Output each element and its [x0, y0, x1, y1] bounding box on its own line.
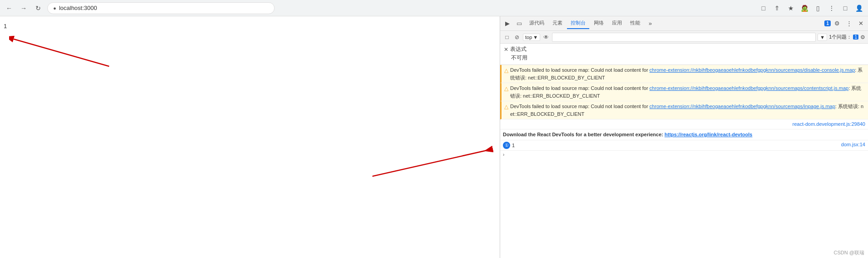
inspect-icon[interactable]: ▶ [502, 18, 513, 29]
log-value: 1 [512, 142, 809, 149]
warn-icon-3: △ [504, 103, 508, 111]
warn-text-3: DevTools failed to load source map: Coul… [510, 103, 865, 118]
warn-text-2: DevTools failed to load source map: Coul… [510, 84, 865, 99]
browser-actions: □ ⇑ ★ 🧟 ▯ ⋮ □ 👤 [758, 3, 864, 14]
warn-link-2[interactable]: chrome-extension://nkbihfbeogaeaoehlefnk… [649, 85, 848, 91]
bookmark-icon[interactable]: ★ [785, 3, 796, 14]
profile-icon[interactable]: 👤 [853, 3, 864, 14]
watermark: CSDN @联瑞 [834, 249, 864, 256]
menu-icon[interactable]: ⋮ [826, 3, 837, 14]
console-no-button[interactable]: ⊘ [513, 33, 521, 41]
address-bar[interactable]: ● localhost:3000 [47, 2, 275, 14]
console-message-warn-3: △ DevTools failed to load source map: Co… [500, 101, 868, 119]
console-clear-button[interactable]: □ [503, 33, 511, 41]
devtools-badge: 1 [824, 20, 831, 26]
expression-section: ✕ 表达式 不可用 [500, 44, 868, 65]
extension-icon[interactable]: 🧟 [799, 3, 810, 14]
browser-chrome: ← → ↻ ● localhost:3000 □ ⇑ ★ 🧟 ▯ ⋮ □ 👤 [0, 0, 868, 16]
annotation-arrow-1 [9, 35, 114, 71]
warn-icon-2: △ [504, 85, 508, 93]
devtools-settings-icon[interactable]: ⚙ [832, 18, 843, 29]
console-message-bold: Download the React DevTools for a better… [500, 129, 868, 140]
context-selector[interactable]: top ▼ [523, 34, 540, 41]
cast-icon[interactable]: □ [758, 3, 769, 14]
devtools-panel: ▶ ▭ 源代码 元素 控制台 网络 应用 性能 » 1 ⚙ ⋮ ✕ □ ⊘ to… [500, 16, 868, 258]
warn-link-1[interactable]: chrome-extension://nkbihfbeogaeaoehlefnk… [649, 67, 855, 73]
lock-icon: ● [53, 5, 56, 11]
tab-network[interactable]: 网络 [590, 18, 607, 29]
bold-text: Download the React DevTools for a better… [503, 131, 865, 139]
source-link-dom[interactable]: dom.jsx:14 [811, 142, 865, 147]
expression-title: 表达式 [510, 45, 527, 53]
devtools-toolbar: ▶ ▭ 源代码 元素 控制台 网络 应用 性能 » 1 ⚙ ⋮ ✕ [500, 16, 868, 31]
devtools-close-icon[interactable]: ✕ [855, 18, 866, 29]
svg-line-3 [372, 149, 493, 176]
url-text: localhost:3000 [59, 5, 97, 11]
console-settings-icon[interactable]: ⚙ [860, 34, 865, 40]
eye-icon[interactable]: 👁 [542, 33, 550, 41]
tab-elements[interactable]: 元素 [549, 18, 566, 29]
page-content: 1 [0, 16, 500, 258]
svg-line-1 [14, 39, 109, 66]
tab-performance[interactable]: 性能 [627, 18, 644, 29]
page-number: 1 [4, 23, 7, 30]
expression-close-button[interactable]: ✕ [504, 46, 508, 53]
context-arrow: ▼ [533, 35, 538, 40]
warn-link-3[interactable]: chrome-extension://nkbihfbeogaeaoehlefnk… [649, 104, 835, 109]
console-messages: △ DevTools failed to load source map: Co… [500, 65, 868, 258]
console-message-warn-2: △ DevTools failed to load source map: Co… [500, 83, 868, 101]
window-icon[interactable]: □ [840, 3, 851, 14]
puzzle-icon[interactable]: ▯ [813, 3, 823, 14]
level-select[interactable]: ▼ [818, 34, 827, 41]
warn-text-1: DevTools failed to load source map: Coul… [510, 66, 865, 81]
tab-source[interactable]: 源代码 [526, 18, 548, 29]
tab-application[interactable]: 应用 [608, 18, 626, 29]
filter-input[interactable] [552, 33, 816, 42]
context-label: top [525, 35, 532, 40]
tab-console[interactable]: 控制台 [567, 18, 589, 29]
refresh-button[interactable]: ↻ [33, 3, 44, 14]
main-layout: 1 ▶ ▭ 源代码 元素 控制台 网络 应用 性能 » 1 ⚙ ⋮ [0, 16, 868, 258]
back-button[interactable]: ← [4, 3, 15, 14]
source-link-react-dom[interactable]: react-dom.development.js:29840 [793, 121, 865, 128]
devtools-more-icon[interactable]: ⋮ [843, 18, 854, 29]
issues-count: 1个问题： 1 [829, 34, 858, 40]
issue-badge: 1 [853, 35, 858, 40]
console-source-ref: react-dom.development.js:29840 [500, 119, 868, 129]
more-tabs-icon[interactable]: » [645, 18, 656, 29]
react-devtools-link[interactable]: https://reactjs.org/link/react-devtools [665, 132, 753, 137]
annotation-arrow-2 [372, 144, 500, 181]
console-message-warn-1: △ DevTools failed to load source map: Co… [500, 65, 868, 83]
forward-button[interactable]: → [18, 3, 29, 14]
device-icon[interactable]: ▭ [514, 18, 525, 29]
expand-arrow[interactable]: › [500, 151, 868, 159]
warn-icon-1: △ [504, 67, 508, 74]
log-number-badge: ① [503, 142, 510, 149]
share-icon[interactable]: ⇑ [772, 3, 783, 14]
console-log-line: ① 1 dom.jsx:14 [500, 140, 868, 151]
console-toolbar: □ ⊘ top ▼ 👁 ▼ 1个问题： 1 ⚙ [500, 31, 868, 44]
expression-value: 不可用 [504, 53, 864, 63]
